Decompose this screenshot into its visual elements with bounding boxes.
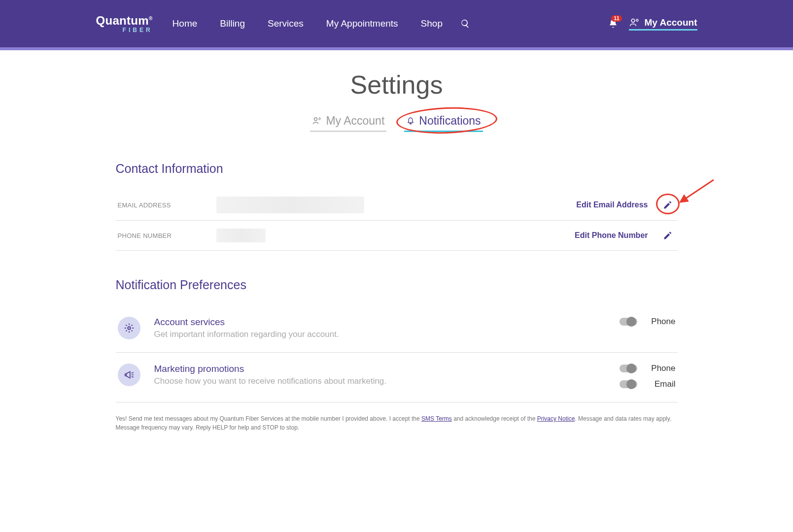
search-icon[interactable]	[460, 19, 470, 29]
svg-point-5	[128, 327, 131, 330]
contact-information-section: Contact Information EMAIL ADDRESS Edit E…	[116, 162, 678, 251]
pref-account-title: Account services	[154, 317, 339, 328]
toggle-row-marketing-phone: Phone	[620, 364, 676, 373]
pref-marketing-text: Marketing promotions Choose how you want…	[154, 364, 387, 386]
tab-my-account[interactable]: My Account	[310, 112, 386, 132]
edit-phone-label[interactable]: Edit Phone Number	[575, 231, 648, 240]
pencil-icon	[663, 231, 673, 240]
pref-marketing-desc: Choose how you want to receive notificat…	[154, 376, 387, 386]
svg-point-2	[314, 117, 317, 120]
tab-notifications-wrap: Notifications	[404, 112, 483, 132]
bell-icon	[406, 116, 415, 126]
tab-my-account-label: My Account	[326, 114, 384, 128]
edit-phone-group: Edit Phone Number	[575, 228, 675, 243]
nav-home[interactable]: Home	[172, 18, 198, 29]
pref-marketing-toggles: Phone Email	[620, 364, 676, 389]
svg-line-4	[684, 180, 714, 200]
toggle-marketing-phone[interactable]	[620, 365, 637, 372]
nav-billing[interactable]: Billing	[220, 18, 245, 29]
brand-subtext: FIBER	[96, 27, 153, 33]
person-gear-icon	[629, 18, 640, 28]
sms-disclaimer: Yes! Send me text messages about my Quan…	[116, 414, 678, 432]
site-header: Quantum® FIBER Home Billing Services My …	[0, 0, 793, 50]
contact-heading: Contact Information	[116, 162, 678, 176]
pref-account-services: Account services Get important informati…	[116, 306, 678, 353]
notification-badge: 11	[611, 15, 621, 22]
header-inner: Quantum® FIBER Home Billing Services My …	[67, 0, 727, 47]
my-account-label: My Account	[645, 17, 697, 28]
contact-row-phone: PHONE NUMBER Edit Phone Number	[116, 221, 678, 251]
tab-notifications-label: Notifications	[419, 114, 481, 128]
toggle-marketing-email[interactable]	[620, 380, 637, 388]
phone-value-redacted	[216, 229, 266, 242]
brand-name: Quantum®	[96, 14, 153, 28]
annotation-arrow	[677, 177, 716, 207]
header-right: 11 My Account	[608, 17, 697, 31]
pref-marketing-promotions: Marketing promotions Choose how you want…	[116, 353, 678, 402]
toggle-row-account-phone: Phone	[620, 317, 676, 327]
pref-account-toggles: Phone	[620, 317, 676, 327]
prefs-heading: Notification Preferences	[116, 278, 678, 292]
email-label: EMAIL ADDRESS	[118, 201, 216, 209]
settings-tabs: My Account Notifications	[116, 112, 678, 132]
pref-account-desc: Get important information regarding your…	[154, 330, 339, 339]
edit-email-label[interactable]: Edit Email Address	[576, 200, 648, 209]
pref-marketing-title: Marketing promotions	[154, 364, 387, 374]
notifications-bell[interactable]: 11	[608, 18, 618, 29]
edit-phone-button[interactable]	[660, 228, 676, 243]
edit-email-button[interactable]	[660, 197, 676, 213]
svg-point-0	[631, 19, 635, 22]
megaphone-circle-icon	[118, 364, 140, 386]
toggle-row-marketing-email: Email	[620, 379, 676, 389]
nav-appointments[interactable]: My Appointments	[326, 18, 398, 29]
person-gear-icon	[312, 116, 322, 126]
main-content: Settings My Account Notifications Contac…	[91, 50, 702, 452]
toggle-marketing-phone-label: Phone	[648, 364, 676, 373]
email-value-redacted	[216, 197, 364, 213]
brand-logo[interactable]: Quantum® FIBER	[96, 14, 153, 33]
megaphone-icon	[124, 369, 135, 380]
toggle-marketing-email-label: Email	[648, 379, 676, 389]
pencil-icon	[663, 200, 673, 210]
pref-account-text: Account services Get important informati…	[154, 317, 339, 339]
notification-preferences-section: Notification Preferences Account service…	[116, 278, 678, 432]
edit-email-group: Edit Email Address	[576, 197, 675, 213]
toggle-account-phone-label: Phone	[648, 317, 676, 327]
phone-label: PHONE NUMBER	[118, 232, 216, 239]
toggle-account-phone[interactable]	[620, 318, 637, 326]
tab-notifications[interactable]: Notifications	[404, 112, 483, 132]
gear-icon	[124, 323, 135, 333]
privacy-notice-link[interactable]: Privacy Notice	[537, 415, 575, 422]
gear-circle-icon	[118, 317, 140, 339]
sms-terms-link[interactable]: SMS Terms	[421, 415, 452, 422]
svg-point-3	[319, 118, 320, 119]
contact-row-email: EMAIL ADDRESS Edit Email Address	[116, 190, 678, 221]
nav-services[interactable]: Services	[268, 18, 304, 29]
my-account-link[interactable]: My Account	[629, 17, 697, 31]
page-title: Settings	[116, 70, 678, 100]
nav-shop[interactable]: Shop	[421, 18, 443, 29]
primary-nav: Home Billing Services My Appointments Sh…	[172, 18, 443, 29]
